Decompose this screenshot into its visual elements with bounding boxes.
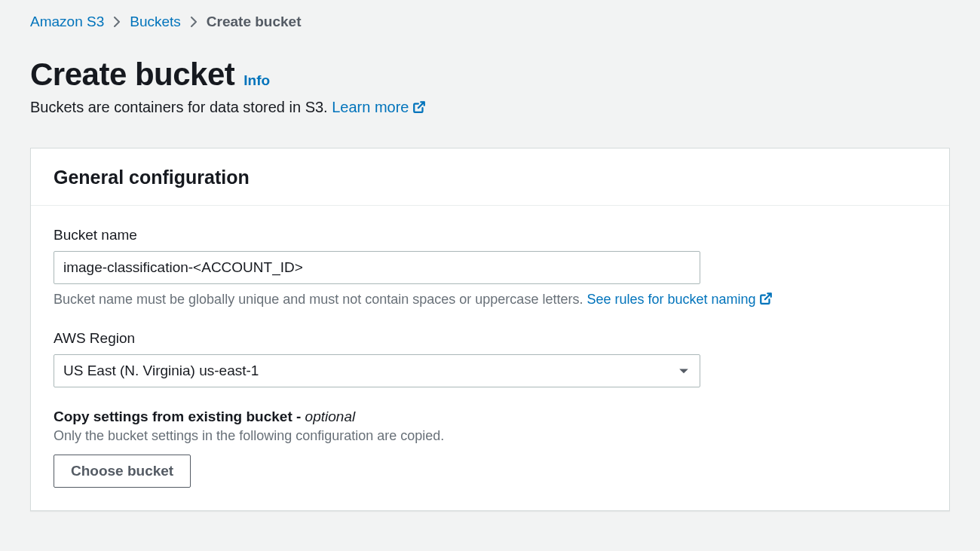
page-subtitle: Buckets are containers for data stored i… bbox=[30, 99, 950, 118]
bucket-name-hint: Bucket name must be globally unique and … bbox=[54, 292, 926, 309]
general-configuration-panel: General configuration Bucket name Bucket… bbox=[30, 148, 950, 511]
external-link-icon bbox=[412, 100, 426, 118]
page-title: Create bucket bbox=[30, 57, 234, 93]
aws-region-selected-value: US East (N. Virginia) us-east-1 bbox=[63, 363, 259, 378]
bucket-name-hint-text: Bucket name must be globally unique and … bbox=[54, 292, 586, 307]
breadcrumb: Amazon S3 Buckets Create bucket bbox=[30, 14, 950, 30]
copy-settings-hint: Only the bucket settings in the followin… bbox=[54, 428, 926, 444]
aws-region-field: AWS Region US East (N. Virginia) us-east… bbox=[54, 330, 926, 387]
panel-title: General configuration bbox=[54, 167, 926, 188]
external-link-icon bbox=[759, 292, 773, 309]
info-link[interactable]: Info bbox=[243, 72, 270, 89]
aws-region-select[interactable]: US East (N. Virginia) us-east-1 bbox=[54, 354, 700, 387]
copy-settings-label: Copy settings from existing bucket - opt… bbox=[54, 409, 926, 425]
subtitle-text: Buckets are containers for data stored i… bbox=[30, 99, 332, 115]
chevron-right-icon bbox=[190, 17, 198, 27]
bucket-name-field: Bucket name Bucket name must be globally… bbox=[54, 227, 926, 309]
bucket-name-label: Bucket name bbox=[54, 227, 926, 243]
choose-bucket-button[interactable]: Choose bucket bbox=[54, 455, 191, 488]
breadcrumb-link-amazon-s3[interactable]: Amazon S3 bbox=[30, 14, 104, 30]
aws-region-label: AWS Region bbox=[54, 330, 926, 347]
breadcrumb-current: Create bucket bbox=[207, 14, 302, 30]
bucket-naming-rules-link[interactable]: See rules for bucket naming bbox=[586, 292, 772, 307]
breadcrumb-link-buckets[interactable]: Buckets bbox=[130, 14, 181, 30]
caret-down-icon bbox=[678, 363, 689, 379]
copy-settings-field: Copy settings from existing bucket - opt… bbox=[54, 409, 926, 488]
chevron-right-icon bbox=[113, 17, 121, 27]
bucket-name-input[interactable] bbox=[54, 251, 700, 284]
panel-header: General configuration bbox=[31, 148, 949, 206]
learn-more-link[interactable]: Learn more bbox=[332, 99, 425, 115]
